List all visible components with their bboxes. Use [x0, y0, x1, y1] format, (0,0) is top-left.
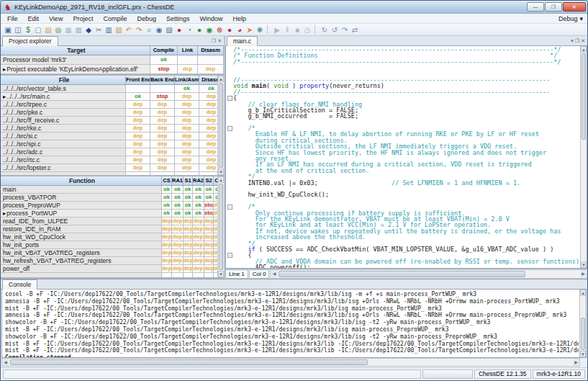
console-scrollbar[interactable]: ▲ ▼ [579, 290, 586, 357]
table-row[interactable]: Processor model 'mrk3'ok [1, 55, 224, 65]
column-header[interactable]: Disasm [198, 46, 224, 55]
column-header[interactable]: Function [1, 176, 162, 185]
table-row[interactable]: ../../../src/vector_table.sokok [1, 85, 224, 93]
copy-icon[interactable]: ▥ [104, 24, 114, 35]
table-row[interactable]: ../../../src/rke.cdepdepdepdep [1, 125, 224, 133]
scroll-right-icon[interactable]: ▶ [573, 359, 579, 366]
menu-item-view[interactable]: View [44, 14, 68, 24]
scroll-thumb[interactable] [582, 53, 586, 140]
reset-target-icon[interactable]: ⇄ [350, 24, 360, 35]
open-project-icon[interactable]: ◫ [13, 24, 23, 35]
scroll-down-icon[interactable]: ▼ [580, 351, 586, 357]
open-file-icon[interactable]: ▤ [43, 24, 53, 35]
scroll-down-icon[interactable]: ▼ [581, 261, 587, 268]
column-header[interactable]: S2 [204, 176, 214, 185]
export-window-icon[interactable]: ▨ [164, 24, 174, 35]
fold-marker-icon[interactable]: − [227, 96, 232, 101]
search-icon[interactable]: ○ [144, 24, 154, 35]
menu-item-project[interactable]: Project [68, 14, 98, 24]
table-row[interactable]: ../../../src/adc.cdepdepdepdep [1, 148, 224, 156]
table-row[interactable]: ../../../src/si.cdepdepdepdep [1, 133, 224, 140]
new-project-icon[interactable]: ▣ [3, 24, 13, 35]
menu-item-file[interactable]: File [2, 14, 23, 24]
table-row[interactable]: ▸process_PortWUPokokokokstopdep [1, 210, 224, 218]
column-header[interactable]: Back End [150, 76, 175, 84]
table-row[interactable]: hw_refresh_VBAT_VBATREG_registersdepdepd… [1, 257, 224, 265]
column-header[interactable]: CS [162, 176, 172, 185]
console-hscrollbar[interactable]: ◀ ▶ [1, 358, 580, 367]
column-header[interactable]: File [1, 76, 126, 84]
reload-file-icon[interactable]: ◎ [53, 24, 63, 35]
column-header[interactable]: RA2 [193, 176, 204, 185]
flash-device-icon[interactable]: ➤ [245, 24, 255, 35]
table-row[interactable]: ▸Project executable 'KEyLinkDemoApplicat… [1, 65, 224, 74]
stop-build-icon[interactable]: ⊗ [214, 24, 225, 35]
scroll-thumb[interactable] [279, 271, 525, 277]
editor-hscrollbar[interactable]: ◀ ▶ [270, 269, 587, 279]
code-editor[interactable]: /*--------------------------------------… [225, 46, 587, 269]
menu-item-debug[interactable]: Debug [132, 14, 161, 24]
column-header[interactable]: Target [1, 46, 150, 55]
run-settings-icon[interactable]: ❋ [255, 24, 265, 35]
menu-item-compile[interactable]: Compile [98, 14, 132, 24]
fold-marker-icon[interactable]: − [227, 126, 232, 131]
fold-marker-icon[interactable]: − [227, 253, 232, 258]
scroll-thumb[interactable] [10, 359, 368, 365]
table-row[interactable]: read_IDE_from_ULPEEdepdepdepdepdepdep [1, 218, 224, 225]
console-output[interactable]: cosel -B +F -IC:/Users/dep17622/00_Tools… [1, 290, 587, 358]
debug-search-icon[interactable]: ● [225, 24, 235, 35]
maximize-button[interactable]: ❐ [545, 2, 562, 12]
tab-project-explorer[interactable]: Project explorer [2, 36, 58, 46]
undo-icon[interactable]: ↶ [124, 24, 134, 35]
table-row[interactable]: ▸../../../src/main.cokstopdepdep [1, 93, 224, 101]
tab-main-c[interactable]: main.c [227, 36, 258, 46]
step-out-icon[interactable]: ↷ [340, 24, 350, 35]
editor-scrollbar[interactable]: ▲ ▼ [580, 46, 587, 268]
table-row[interactable]: power_offdepdepdepdepdepdep [1, 265, 224, 273]
table-row[interactable]: restore_IDE_in_RAMdepdepdepdepdepdep [1, 225, 224, 233]
profile-icon[interactable]: ◕ [235, 24, 245, 35]
table-row[interactable] [1, 273, 224, 279]
close-pane-icon[interactable]: ✕ [217, 38, 222, 44]
redo-icon[interactable]: ↷ [134, 24, 144, 35]
fold-marker-icon[interactable]: − [227, 205, 232, 210]
menu-item-edit[interactable]: Edit [23, 14, 45, 24]
table-row[interactable]: hw_init_WD_CpuClockdepdepdepdepdepdep [1, 233, 224, 241]
table-row[interactable]: ../../../src/lopster.cdepdepdepdep [1, 164, 224, 172]
scroll-down-icon[interactable]: ▼ [218, 169, 224, 175]
find-in-files-icon[interactable]: ◉ [154, 24, 164, 35]
scroll-thumb[interactable] [581, 318, 585, 350]
scroll-up-icon[interactable]: ▲ [218, 176, 224, 183]
table-row[interactable]: process_PreproWUPokokokokstopdep [1, 202, 224, 210]
tab-list-dropdown-icon[interactable]: ▾ [571, 38, 574, 44]
column-header[interactable]: RA1 [172, 176, 184, 185]
table-row[interactable]: hw_init_portsdepdepdepdepdepdep [1, 241, 224, 249]
scroll-up-icon[interactable]: ▲ [581, 46, 587, 53]
scroll-right-icon[interactable]: ▶ [580, 270, 587, 278]
file-table-scrollbar[interactable]: ▲ ▼ [217, 76, 224, 175]
compile-icon[interactable]: ● [194, 24, 204, 35]
chevron-down-icon[interactable]: ▾ [579, 15, 583, 22]
table-row[interactable]: ../../../src/pke.cdepdepdepdep [1, 109, 224, 117]
close-pane-icon[interactable]: ✕ [581, 38, 585, 44]
column-header[interactable]: Compile [150, 46, 178, 55]
table-row[interactable]: ../../../src/trpee.cdepdepdepdep [1, 101, 224, 109]
menu-item-window[interactable]: Window [194, 14, 227, 24]
scroll-down-icon[interactable]: ▼ [218, 271, 224, 277]
table-row[interactable]: mainokokokokokok [1, 186, 224, 194]
float-pane-icon[interactable]: ❐ [212, 38, 216, 44]
step-into-icon[interactable]: ↺ [330, 24, 340, 35]
scroll-left-icon[interactable]: ◀ [2, 359, 9, 366]
close-button[interactable]: ✕ [563, 2, 586, 12]
float-pane-icon[interactable]: ❐ [575, 38, 579, 44]
table-row[interactable]: ../../../src/rtc.cdepdepdepdep [1, 156, 224, 164]
paste-icon[interactable]: ▧ [114, 24, 124, 35]
compile-all-icon[interactable]: ◉ [204, 24, 214, 35]
new-file-icon[interactable]: ▢ [33, 24, 43, 35]
table-row[interactable]: ../../../src/ff_receive.cdepdepdepdep [1, 117, 224, 125]
table-row[interactable]: hw_init_VBAT_VBATREG_registersdepdepdepd… [1, 249, 224, 257]
build-timer-icon[interactable]: ◔ [184, 24, 194, 35]
workspace-icon[interactable]: ◆ [83, 24, 94, 35]
scroll-thumb[interactable] [219, 83, 223, 168]
table-row[interactable]: process_VBATPORokokokokokok [1, 194, 224, 202]
